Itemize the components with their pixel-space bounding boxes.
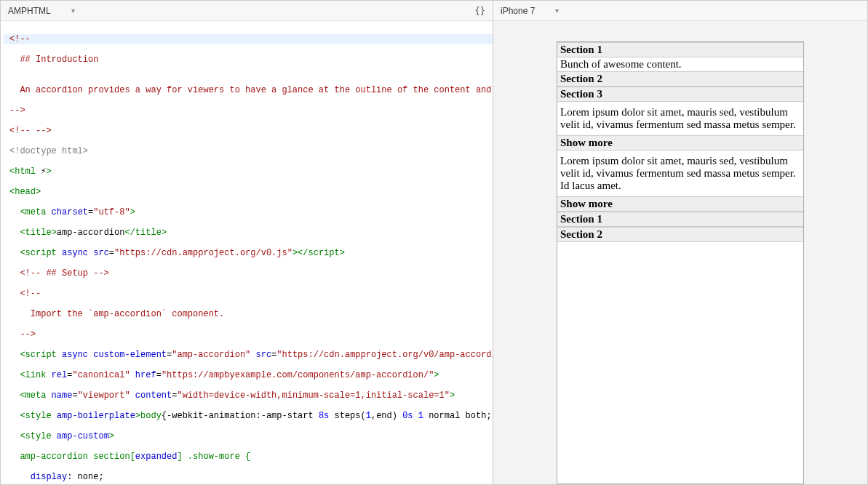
accordion-header-section-3[interactable]: Section 3 xyxy=(557,87,803,102)
code-line[interactable]: amp-accordion section[expanded] .show-mo… xyxy=(4,452,493,462)
accordion-header-show-more[interactable]: Show more xyxy=(557,196,803,212)
code-line[interactable]: --> xyxy=(4,329,493,340)
accordion-header-section-2[interactable]: Section 2 xyxy=(557,71,803,87)
accordion-content: Lorem ipsum dolor sit amet, mauris sed, … xyxy=(557,151,803,196)
code-line[interactable]: ## Introduction xyxy=(4,55,493,65)
accordion-header-section-2b[interactable]: Section 2 xyxy=(557,227,803,242)
code-line[interactable]: An accordion provides a way for viewers … xyxy=(4,85,493,95)
app-container: AMPHTML ▾ {} <!-- ## Introduction An acc… xyxy=(0,0,868,485)
code-line[interactable]: <!-- xyxy=(4,34,493,44)
device-frame: Section 1 Bunch of awesome content. Sect… xyxy=(557,41,804,484)
code-line[interactable]: <style amp-custom> xyxy=(4,431,493,441)
code-line[interactable]: --> xyxy=(4,105,493,116)
accordion-header-section-1[interactable]: Section 1 xyxy=(557,42,803,57)
editor-language-label[interactable]: AMPHTML xyxy=(8,6,51,16)
code-line[interactable]: <title>amp-accordion</title> xyxy=(4,228,493,238)
code-editor-panel: AMPHTML ▾ {} <!-- ## Introduction An acc… xyxy=(1,1,493,484)
preview-header: iPhone 7 ▾ xyxy=(493,1,867,21)
device-label[interactable]: iPhone 7 xyxy=(501,6,535,16)
code-line[interactable]: <meta name="viewport" content="width=dev… xyxy=(4,390,493,401)
code-line[interactable]: <style amp-boilerplate>body{-webkit-anim… xyxy=(4,411,493,421)
code-line[interactable]: display: none; xyxy=(4,472,493,482)
code-line[interactable]: <!-- ## Setup --> xyxy=(4,268,493,278)
code-line[interactable]: <!doctype html> xyxy=(4,146,493,156)
code-line[interactable]: <link rel="canonical" href="https://ampb… xyxy=(4,370,493,380)
code-line[interactable]: <html ⚡> xyxy=(4,167,493,177)
accordion-header-section-1b[interactable]: Section 1 xyxy=(557,212,803,227)
preview-viewport: Section 1 Bunch of awesome content. Sect… xyxy=(493,21,867,484)
code-line[interactable]: <meta charset="utf-8"> xyxy=(4,207,493,217)
code-line[interactable]: <head> xyxy=(4,187,493,197)
code-line[interactable]: <!-- --> xyxy=(4,126,493,136)
accordion-header-show-more[interactable]: Show more xyxy=(557,135,803,151)
device-chevron-down-icon[interactable]: ▾ xyxy=(555,7,559,15)
editor-header-left: AMPHTML ▾ xyxy=(8,6,75,16)
accordion-content: Bunch of awesome content. xyxy=(557,57,803,71)
code-area[interactable]: <!-- ## Introduction An accordion provid… xyxy=(1,21,493,484)
accordion-content: Lorem ipsum dolor sit amet, mauris sed, … xyxy=(557,102,803,135)
code-line[interactable]: Import the `amp-accordion` component. xyxy=(4,309,493,319)
language-chevron-down-icon[interactable]: ▾ xyxy=(71,7,75,15)
preview-panel: iPhone 7 ▾ Section 1 Bunch of awesome co… xyxy=(493,1,867,484)
code-line[interactable]: <script async src="https://cdn.ampprojec… xyxy=(4,248,493,258)
preview-header-left: iPhone 7 ▾ xyxy=(501,6,559,16)
editor-header: AMPHTML ▾ {} xyxy=(1,1,493,21)
braces-icon[interactable]: {} xyxy=(475,6,485,16)
code-line[interactable]: <!-- xyxy=(4,289,493,299)
code-line[interactable]: <script async custom-element="amp-accord… xyxy=(4,350,493,360)
